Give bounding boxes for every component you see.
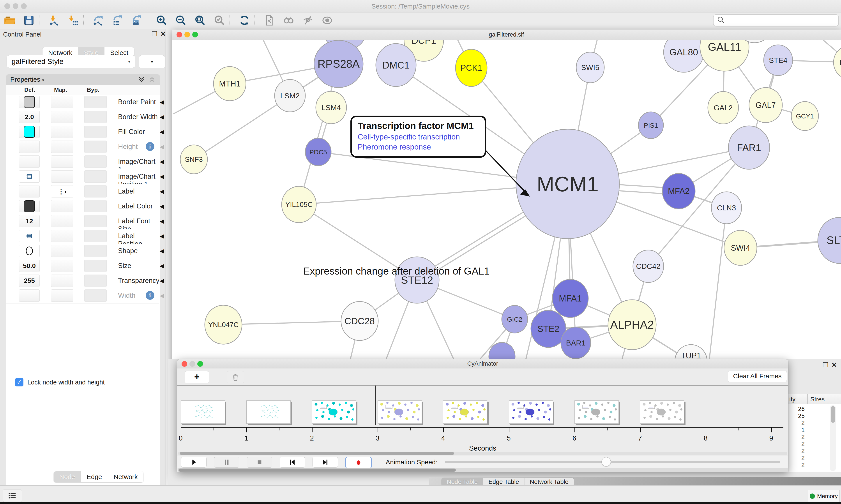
annotation-link-1[interactable]: Cell-type-specific transcription [358,132,479,141]
network-node-far1[interactable]: FAR1 [729,126,770,169]
frame-thumbnail-3[interactable] [312,400,356,424]
expand-row-icon[interactable]: ◀ [160,99,164,106]
default-value-cell[interactable] [19,141,40,153]
default-value-cell[interactable] [19,156,40,168]
frame-thumbnail-6[interactable] [509,400,553,424]
mapping-cell[interactable] [51,230,73,242]
add-frame-button[interactable]: + [185,371,209,383]
network-node-cdc28[interactable]: CDC28 [341,302,378,340]
network-node-swi4[interactable]: SWI4 [724,230,757,265]
collapse-all-icon[interactable] [148,76,156,83]
network-node-slt2[interactable]: SLT2 [818,217,841,264]
bypass-cell[interactable] [84,111,107,123]
zoom-fit-button[interactable] [194,14,206,26]
float-panel-icon[interactable]: ❐ [823,361,828,369]
export-table-button[interactable] [111,14,124,26]
property-row-height[interactable]: Heighti◀ [6,140,159,155]
network-node-ste12[interactable]: STE12 [395,257,439,303]
bypass-cell[interactable] [84,156,107,168]
tab-node[interactable]: Node [54,471,81,482]
clear-all-frames-button[interactable]: Clear All Frames [728,371,787,382]
scrollbar-thumb[interactable] [179,469,456,472]
frame-thumbnail-8[interactable] [640,400,684,424]
mapping-cell[interactable] [51,260,73,272]
search-network-button[interactable] [283,14,295,26]
search-input[interactable] [713,14,839,26]
bypass-cell[interactable] [84,200,107,212]
task-history-button[interactable] [3,489,22,502]
info-icon[interactable]: i [146,142,155,151]
network-node-gal2[interactable]: GAL2 [708,91,738,124]
network-node-yil105c[interactable]: YIL105C [282,186,316,223]
network-node-swi5[interactable]: SWI5 [576,52,604,83]
close-panel-icon[interactable]: ✕ [831,361,837,369]
property-row-label[interactable]: ⋮›Label◀ [6,184,159,199]
network-node-lsm4[interactable]: LSM4 [316,91,346,124]
default-value-cell[interactable]: 2.0 [19,111,40,123]
expand-row-icon[interactable]: ◀ [160,218,164,224]
slider-thumb[interactable] [602,457,611,466]
annotation-box[interactable]: Transcription factor MCM1 Cell-type-spec… [351,115,486,158]
frame-thumbnail-4[interactable] [378,400,422,424]
annotation-link-2[interactable]: Pheromone response [358,143,479,151]
default-value-cell[interactable] [19,245,40,257]
close-panel-icon[interactable]: ✕ [160,30,166,38]
show-details-button[interactable] [321,14,333,26]
network-node-gal11[interactable]: GAL11 [700,40,749,71]
bypass-cell[interactable] [84,230,107,242]
info-icon[interactable]: i [146,291,155,300]
expand-row-icon[interactable]: ◀ [160,143,164,150]
default-value-cell[interactable] [19,230,40,242]
expand-all-icon[interactable] [138,76,145,83]
mapping-cell[interactable] [51,200,73,212]
default-value-cell[interactable] [19,289,40,302]
window-scrollbar[interactable] [178,468,788,472]
tab-edge-table[interactable]: Edge Table [483,478,524,486]
property-row-shape[interactable]: Shape◀ [6,244,159,259]
default-value-cell[interactable]: 12 [19,215,40,227]
network-node-snf3[interactable]: SNF3 [180,145,208,174]
network-node-ynl047c[interactable]: YNL047C [205,305,242,344]
zoom-in-button[interactable] [156,14,168,26]
bypass-cell[interactable] [84,289,107,302]
pause-button[interactable] [214,457,239,468]
import-table-button[interactable] [67,14,79,26]
network-node-cln3[interactable]: CLN3 [711,192,741,224]
expand-row-icon[interactable]: ◀ [160,263,164,269]
mapping-cell[interactable] [51,141,73,153]
tab-network[interactable]: Network [108,471,143,482]
mapping-cell[interactable] [51,274,73,287]
expand-row-icon[interactable]: ◀ [160,158,164,165]
table-vertical-scrollbar[interactable] [830,405,836,471]
network-node-cdc42[interactable]: CDC42 [633,250,664,283]
open-button[interactable] [3,14,16,26]
delete-frame-button[interactable] [227,371,244,383]
timeline-scrollbar[interactable] [178,452,787,455]
column-header-stress[interactable]: Stres [810,396,825,403]
mapping-cell[interactable] [51,96,73,108]
network-node-mfa1[interactable]: MFA1 [552,280,588,318]
property-row-width[interactable]: Widthi◀ [6,288,159,303]
default-value-cell[interactable]: 255 [19,274,40,287]
expand-row-icon[interactable]: ◀ [160,203,164,210]
bypass-cell[interactable] [84,141,107,153]
memory-button[interactable]: Memory [808,490,840,502]
network-edge[interactable] [709,208,727,361]
style-options-button[interactable]: ▾ [139,55,165,68]
next-frame-button[interactable] [312,457,338,468]
default-value-cell[interactable] [19,170,40,183]
export-network-button[interactable] [92,14,104,26]
network-node-gal80[interactable]: GAL80 [664,40,704,72]
table-column-headers[interactable]: ity Stres [788,394,841,405]
network-titlebar[interactable]: galFiltered.sif [172,30,841,40]
frame-thumbnail-1[interactable] [181,400,225,424]
previous-frame-button[interactable] [280,457,305,468]
frame-thumbnail-2[interactable] [246,400,291,424]
bypass-cell[interactable] [84,260,107,272]
expand-row-icon[interactable]: ◀ [160,188,164,195]
network-node-gic2[interactable]: GIC2 [502,305,527,333]
save-button[interactable] [23,14,35,26]
column-header-ity[interactable]: ity [789,396,795,403]
network-node-lsm2[interactable]: LSM2 [275,79,305,112]
bypass-cell[interactable] [84,96,107,108]
